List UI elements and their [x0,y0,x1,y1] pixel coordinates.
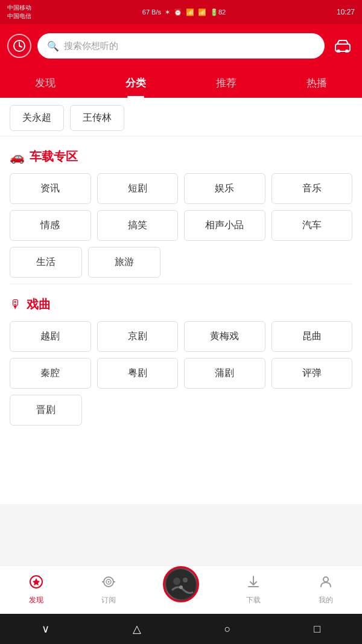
download-label: 下载 [246,595,261,605]
clock-status-icon: ⏰ [174,8,182,16]
tag-yule[interactable]: 娱乐 [184,173,265,204]
opera-section-header: 🎙 戏曲 [0,284,362,321]
header: 🔍 搜索你想听的 [0,24,362,68]
tag-huangmeixi[interactable]: 黄梅戏 [184,321,265,352]
tag-lvyou[interactable]: 旅游 [88,247,160,278]
tag-kunqu[interactable]: 昆曲 [272,321,353,352]
opera-row-1: 越剧 京剧 黄梅戏 昆曲 [0,321,362,358]
subscribe-label: 订阅 [101,595,116,605]
car-section-header: 🚗 车载专区 [0,136,362,173]
tag-shenghuo[interactable]: 生活 [10,247,82,278]
search-bar[interactable]: 🔍 搜索你想听的 [37,33,325,59]
tab-recommend[interactable]: 推荐 [181,68,272,98]
player-avatar [163,566,199,602]
android-home[interactable]: △ [133,622,141,636]
partial-top-row: 关永超 王传林 [0,98,362,136]
signal-icon: 📶 [198,8,206,16]
opera-section-title: 戏曲 [27,296,51,313]
wifi-icon: 📶 [186,8,194,16]
tag-yueju[interactable]: 越剧 [10,321,91,352]
car-row-2: 情感 搞笑 相声小品 汽车 [0,210,362,247]
content-area: 关永超 王传林 🚗 车载专区 资讯 短剧 娱乐 音乐 情感 搞笑 相声小品 汽车… [0,98,362,504]
car-row-1: 资讯 短剧 娱乐 音乐 [0,173,362,210]
opera-section-icon: 🎙 [10,298,22,311]
mine-icon [319,575,333,593]
svg-point-16 [323,577,328,582]
tab-hot[interactable]: 热播 [272,68,362,98]
nav-tabs: 发现 分类 推荐 热播 [0,68,362,98]
tag-yueju2[interactable]: 粤剧 [97,358,179,389]
android-circle[interactable]: ○ [224,623,231,636]
search-icon: 🔍 [47,40,59,52]
battery-icon: 🔋82 [210,8,226,16]
status-bar: 中国移动 中国电信 67 B/s ✶ ⏰ 📶 📶 🔋82 10:27 [0,0,362,24]
tag-guanyongchao[interactable]: 关永超 [10,105,64,131]
tag-jingju[interactable]: 京剧 [97,321,179,352]
tag-wangchuanlin[interactable]: 王传林 [70,105,124,131]
tag-jinju[interactable]: 晋剧 [10,395,82,426]
android-square[interactable]: □ [314,623,320,636]
time-display: 10:27 [337,8,355,16]
tag-yinyue[interactable]: 音乐 [272,173,353,204]
svg-point-12 [166,569,196,599]
nav-discover[interactable]: 发现 [0,575,72,605]
tag-puju[interactable]: 蒲剧 [184,358,265,389]
status-center: 67 B/s ✶ ⏰ 📶 📶 🔋82 [142,8,226,16]
nav-download[interactable]: 下载 [217,575,290,605]
svg-point-13 [173,578,180,585]
discover-icon [29,575,43,593]
nav-subscribe[interactable]: 订阅 [72,575,145,605]
svg-point-14 [183,578,188,582]
tag-duanju[interactable]: 短剧 [97,173,179,204]
tag-gaoxiao[interactable]: 搞笑 [97,210,179,241]
svg-point-4 [337,49,340,53]
car-row-3: 生活 旅游 [0,247,362,284]
android-back[interactable]: ∨ [42,622,49,636]
search-placeholder: 搜索你想听的 [64,40,118,52]
tag-pingtan[interactable]: 评弹 [272,358,353,389]
download-icon [246,575,261,593]
tag-qiche[interactable]: 汽车 [272,210,353,241]
discover-label: 发现 [29,595,43,605]
svg-point-9 [108,581,110,583]
nav-player[interactable] [145,578,217,602]
bluetooth-icon: ✶ [165,8,170,16]
opera-row-3: 晋剧 [0,395,362,432]
carrier-info: 中国移动 中国电信 [7,4,31,21]
clock-button[interactable] [7,34,31,58]
tag-zixun[interactable]: 资讯 [10,173,91,204]
tag-xiangshengxiaopin[interactable]: 相声小品 [184,210,265,241]
car-section-icon: 🚗 [10,150,25,164]
tab-category[interactable]: 分类 [91,68,181,98]
car-mode-button[interactable] [331,34,355,58]
svg-line-2 [19,46,22,47]
tab-discover[interactable]: 发现 [0,68,91,98]
subscribe-icon [101,575,116,593]
svg-point-5 [345,49,349,53]
tag-qinggan[interactable]: 情感 [10,210,91,241]
mine-label: 我的 [319,595,333,605]
svg-point-15 [179,585,183,589]
tag-qinqiang[interactable]: 秦腔 [10,358,91,389]
nav-mine[interactable]: 我的 [290,575,362,605]
android-nav-bar: ∨ △ ○ □ [0,614,362,644]
bottom-nav: 发现 订阅 [0,566,362,614]
network-speed: 67 B/s [142,8,161,16]
car-section-title: 车载专区 [30,148,78,165]
opera-row-2: 秦腔 粤剧 蒲剧 评弹 [0,358,362,395]
